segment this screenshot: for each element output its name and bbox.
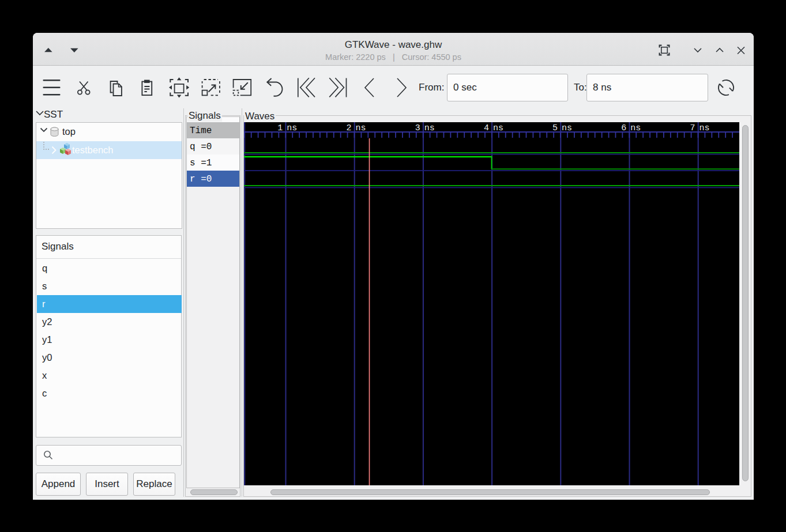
svg-text:6: 6 (621, 123, 626, 133)
svg-text:2: 2 (346, 123, 351, 133)
svg-text:3: 3 (415, 123, 420, 133)
svg-text:ns: ns (493, 123, 503, 133)
svg-text:ns: ns (630, 123, 641, 133)
svg-text:5: 5 (552, 123, 558, 133)
svg-text:ns: ns (424, 123, 435, 133)
svg-text:7: 7 (690, 123, 695, 133)
svg-text:4: 4 (484, 123, 489, 133)
svg-text:ns: ns (287, 123, 297, 133)
svg-text:1: 1 (277, 123, 283, 133)
svg-text:ns: ns (562, 123, 572, 133)
svg-text:ns: ns (699, 123, 710, 133)
svg-text:ns: ns (356, 123, 366, 133)
